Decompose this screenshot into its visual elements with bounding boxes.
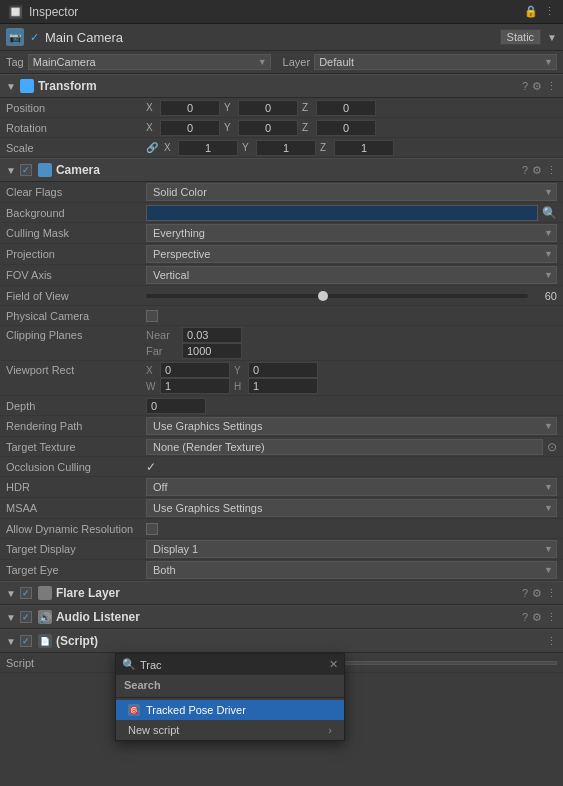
occlusion-culling-check[interactable]: ✓ bbox=[146, 460, 156, 474]
object-enabled-check[interactable]: ✓ bbox=[30, 31, 39, 44]
fov-axis-row: FOV Axis Vertical ▼ bbox=[0, 265, 563, 286]
script-enabled-checkbox[interactable] bbox=[20, 635, 32, 647]
culling-mask-select[interactable]: Everything bbox=[146, 224, 557, 242]
layer-select[interactable]: Default bbox=[314, 54, 557, 70]
audio-listener-settings-icon[interactable]: ⚙ bbox=[532, 611, 542, 624]
fov-slider[interactable] bbox=[146, 294, 528, 298]
tag-label: Tag bbox=[6, 56, 24, 68]
target-eye-label: Target Eye bbox=[6, 564, 146, 576]
msaa-select[interactable]: Use Graphics Settings bbox=[146, 499, 557, 517]
rotation-y[interactable] bbox=[238, 120, 298, 136]
projection-label: Projection bbox=[6, 248, 146, 260]
flare-layer-help-icon[interactable]: ? bbox=[522, 587, 528, 600]
projection-select[interactable]: Perspective bbox=[146, 245, 557, 263]
camera-title: Camera bbox=[56, 163, 518, 177]
flare-layer-section-header[interactable]: ▼ Flare Layer ? ⚙ ⋮ bbox=[0, 581, 563, 605]
position-x[interactable] bbox=[160, 100, 220, 116]
target-display-select[interactable]: Display 1 bbox=[146, 540, 557, 558]
scale-x[interactable] bbox=[178, 140, 238, 156]
transform-help-icon[interactable]: ? bbox=[522, 80, 528, 93]
scale-label: Scale bbox=[6, 142, 146, 154]
rotation-x[interactable] bbox=[160, 120, 220, 136]
search-clear-icon[interactable]: ✕ bbox=[329, 658, 338, 671]
clear-flags-row: Clear Flags Solid Color ▼ bbox=[0, 182, 563, 203]
transform-section-header[interactable]: ▼ Transform ? ⚙ ⋮ bbox=[0, 74, 563, 98]
search-popup: 🔍 ✕ Search 🎯 Tracked Pose Driver New scr… bbox=[115, 653, 345, 741]
camera-enabled-checkbox[interactable] bbox=[20, 164, 32, 176]
target-texture-row: Target Texture None (Render Texture) ⊙ bbox=[0, 437, 563, 457]
position-z[interactable] bbox=[316, 100, 376, 116]
search-item-new-label: New script bbox=[128, 724, 179, 736]
tag-select[interactable]: MainCamera bbox=[28, 54, 271, 70]
viewport-rect-row: Viewport Rect X Y W H bbox=[0, 361, 563, 396]
position-row: Position X Y Z bbox=[0, 98, 563, 118]
flare-layer-arrow-icon: ▼ bbox=[6, 588, 16, 599]
background-color-picker[interactable] bbox=[146, 205, 538, 221]
audio-listener-help-icon[interactable]: ? bbox=[522, 611, 528, 624]
scale-z[interactable] bbox=[334, 140, 394, 156]
search-item-new-script[interactable]: New script › bbox=[116, 720, 344, 740]
camera-menu-icon[interactable]: ⋮ bbox=[546, 164, 557, 177]
hdr-select[interactable]: Off bbox=[146, 478, 557, 496]
search-item-tracked-label: Tracked Pose Driver bbox=[146, 704, 246, 716]
lock-icon[interactable]: 🔒 bbox=[524, 5, 538, 18]
audio-listener-section-header[interactable]: ▼ 🔊 Audio Listener ? ⚙ ⋮ bbox=[0, 605, 563, 629]
static-button[interactable]: Static bbox=[500, 29, 542, 45]
clip-near[interactable] bbox=[182, 327, 242, 343]
search-icon: 🔍 bbox=[122, 658, 136, 671]
menu-icon[interactable]: ⋮ bbox=[544, 5, 555, 18]
script-menu-icon[interactable]: ⋮ bbox=[546, 635, 557, 648]
eyedropper-icon[interactable]: 🔍 bbox=[542, 206, 557, 220]
search-item-tracked-pose-driver[interactable]: 🎯 Tracked Pose Driver bbox=[116, 700, 344, 720]
scale-y[interactable] bbox=[256, 140, 316, 156]
transform-settings-icon[interactable]: ⚙ bbox=[532, 80, 542, 93]
target-eye-select[interactable]: Both bbox=[146, 561, 557, 579]
search-input[interactable] bbox=[140, 659, 325, 671]
viewport-y[interactable] bbox=[248, 362, 318, 378]
depth-field[interactable] bbox=[146, 398, 206, 414]
physical-camera-row: Physical Camera bbox=[0, 306, 563, 326]
fov-axis-label: FOV Axis bbox=[6, 269, 146, 281]
allow-dynamic-checkbox[interactable] bbox=[146, 523, 158, 535]
rotation-label: Rotation bbox=[6, 122, 146, 134]
flare-layer-menu-icon[interactable]: ⋮ bbox=[546, 587, 557, 600]
static-dropdown-arrow[interactable]: ▼ bbox=[547, 32, 557, 43]
occlusion-culling-row: Occlusion Culling ✓ bbox=[0, 457, 563, 477]
depth-label: Depth bbox=[6, 400, 146, 412]
object-header: 📷 ✓ Main Camera Static ▼ bbox=[0, 24, 563, 51]
transform-menu-icon[interactable]: ⋮ bbox=[546, 80, 557, 93]
camera-icon bbox=[38, 163, 52, 177]
flare-layer-title: Flare Layer bbox=[56, 586, 518, 600]
target-texture-field[interactable]: None (Render Texture) bbox=[146, 439, 543, 455]
target-display-row: Target Display Display 1 ▼ bbox=[0, 539, 563, 560]
rotation-z[interactable] bbox=[316, 120, 376, 136]
clipping-planes-row: Clipping Planes Near Far bbox=[0, 326, 563, 361]
viewport-w[interactable] bbox=[160, 378, 230, 394]
msaa-label: MSAA bbox=[6, 502, 146, 514]
clear-flags-select[interactable]: Solid Color bbox=[146, 183, 557, 201]
fov-thumb[interactable] bbox=[318, 291, 328, 301]
rendering-path-select[interactable]: Use Graphics Settings bbox=[146, 417, 557, 435]
audio-listener-enabled-checkbox[interactable] bbox=[20, 611, 32, 623]
fov-axis-select[interactable]: Vertical bbox=[146, 266, 557, 284]
culling-mask-label: Culling Mask bbox=[6, 227, 146, 239]
viewport-x[interactable] bbox=[160, 362, 230, 378]
position-y[interactable] bbox=[238, 100, 298, 116]
scale-link-icon[interactable]: 🔗 bbox=[146, 142, 158, 153]
target-texture-pick-icon[interactable]: ⊙ bbox=[547, 440, 557, 454]
fov-value: 60 bbox=[532, 290, 557, 302]
clip-far[interactable] bbox=[182, 343, 242, 359]
clear-flags-label: Clear Flags bbox=[6, 186, 146, 198]
object-name[interactable]: Main Camera bbox=[45, 30, 494, 45]
camera-settings-icon[interactable]: ⚙ bbox=[532, 164, 542, 177]
script-section-header[interactable]: ▼ 📄 (Script) ⋮ bbox=[0, 629, 563, 653]
audio-listener-menu-icon[interactable]: ⋮ bbox=[546, 611, 557, 624]
viewport-h[interactable] bbox=[248, 378, 318, 394]
flare-layer-enabled-checkbox[interactable] bbox=[20, 587, 32, 599]
physical-camera-checkbox[interactable] bbox=[146, 310, 158, 322]
camera-help-icon[interactable]: ? bbox=[522, 164, 528, 177]
flare-layer-settings-icon[interactable]: ⚙ bbox=[532, 587, 542, 600]
transform-arrow-icon: ▼ bbox=[6, 81, 16, 92]
projection-row: Projection Perspective ▼ bbox=[0, 244, 563, 265]
camera-section-header[interactable]: ▼ Camera ? ⚙ ⋮ bbox=[0, 158, 563, 182]
